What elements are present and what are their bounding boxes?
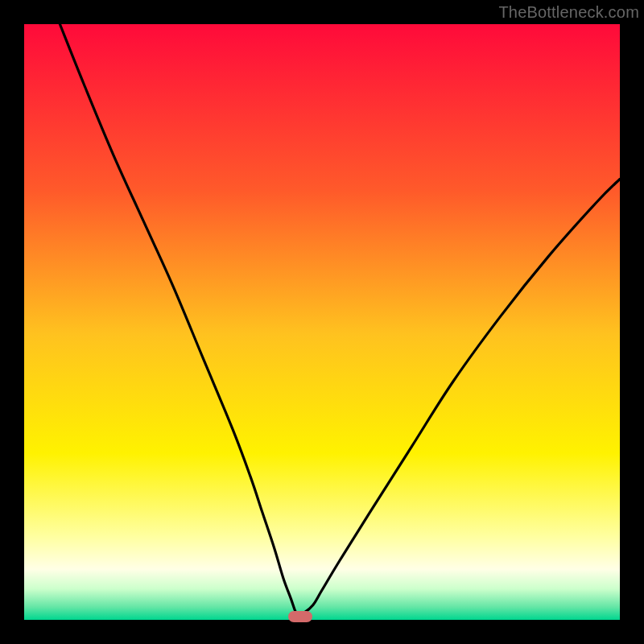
optimal-marker [288, 611, 312, 622]
chart-frame: TheBottleneck.com [0, 0, 644, 644]
plot-area [24, 24, 620, 620]
bottleneck-curve [24, 24, 620, 620]
watermark-text: TheBottleneck.com [498, 3, 639, 22]
